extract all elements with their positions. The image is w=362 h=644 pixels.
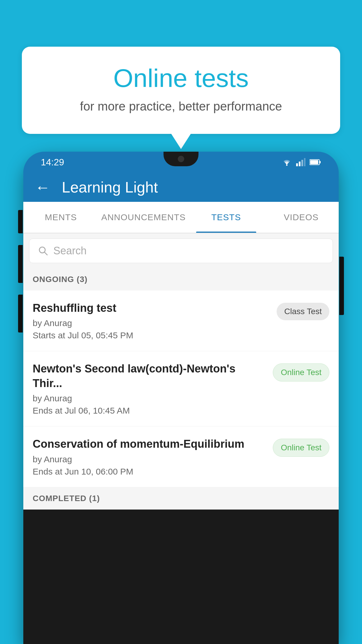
back-button[interactable]: ← [35,178,50,196]
test-info-1: Reshuffling test by Anurag Starts at Jul… [33,301,271,340]
wifi-icon [282,158,292,166]
test-badge-2: Online Test [273,363,329,382]
status-time: 14:29 [41,157,64,168]
search-icon [38,246,48,256]
svg-rect-7 [310,160,318,164]
tab-ments[interactable]: MENTS [23,202,98,233]
test-name-3: Conservation of momentum-Equilibrium [33,437,267,451]
phone-side-button-right [339,257,344,315]
test-name-2: Newton's Second law(contd)-Newton's Thir… [33,362,267,391]
phone-side-button-2 [18,245,23,283]
search-container: Search [23,233,339,268]
test-time-3: Ends at Jun 10, 06:00 PM [33,467,267,477]
search-bar[interactable]: Search [29,239,333,263]
phone-side-button-1 [18,210,23,233]
test-name-1: Reshuffling test [33,301,271,315]
phone-frame: 14:29 [23,152,339,644]
test-badge-3: Online Test [273,439,329,457]
test-author-3: by Anurag [33,454,267,464]
ongoing-section-header: ONGOING (3) [23,268,339,290]
test-info-2: Newton's Second law(contd)-Newton's Thir… [33,362,267,416]
test-author-1: by Anurag [33,318,271,328]
speech-bubble: Online tests for more practice, better p… [22,47,340,134]
status-bar: 14:29 [23,152,339,173]
svg-rect-6 [319,161,321,163]
phone-notch [164,152,198,166]
test-item-2[interactable]: Newton's Second law(contd)-Newton's Thir… [23,351,339,426]
app-title: Learning Light [62,178,158,196]
tab-announcements[interactable]: ANNOUNCEMENTS [98,202,189,233]
tab-tests[interactable]: TESTS [189,202,263,233]
camera [178,156,184,162]
completed-section-header: COMPLETED (1) [23,487,339,510]
test-time-2: Ends at Jul 06, 10:45 AM [33,406,267,416]
test-list: Reshuffling test by Anurag Starts at Jul… [23,290,339,487]
test-item-1[interactable]: Reshuffling test by Anurag Starts at Jul… [23,290,339,351]
bubble-title: Online tests [45,64,317,92]
battery-icon [310,159,321,166]
phone-side-button-3 [18,295,23,332]
svg-point-0 [286,164,288,166]
test-badge-1: Class Test [277,303,329,320]
test-item-3[interactable]: Conservation of momentum-Equilibrium by … [23,426,339,487]
signal-icon [296,158,305,166]
bubble-subtitle: for more practice, better performance [45,99,317,113]
svg-rect-3 [301,160,303,166]
test-info-3: Conservation of momentum-Equilibrium by … [33,437,267,476]
status-icons [282,158,321,166]
svg-rect-4 [304,158,305,166]
test-author-2: by Anurag [33,393,267,403]
svg-rect-1 [296,163,298,166]
search-placeholder: Search [53,245,87,257]
tab-videos[interactable]: VIDEOS [264,202,339,233]
phone-container: 14:29 [23,152,339,644]
svg-rect-2 [299,162,301,166]
test-time-1: Starts at Jul 05, 05:45 PM [33,330,271,340]
screen-content: 14:29 [23,152,339,644]
speech-bubble-container: Online tests for more practice, better p… [22,47,340,134]
tabs-bar: MENTS ANNOUNCEMENTS TESTS VIDEOS [23,202,339,233]
svg-line-9 [44,252,47,255]
app-header: ← Learning Light [23,173,339,202]
